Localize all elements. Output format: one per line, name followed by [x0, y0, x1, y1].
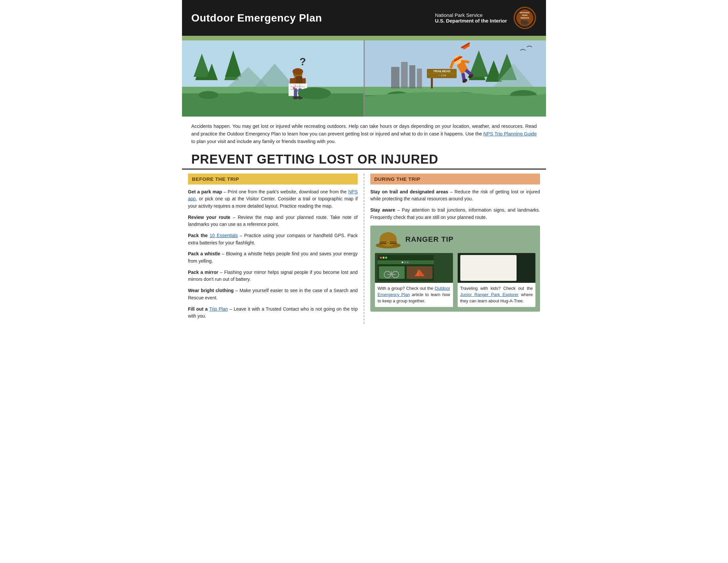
- svg-text:TRAILHEAD: TRAILHEAD: [433, 70, 450, 73]
- ranger-tip-box: RANGER TIP: [370, 225, 540, 312]
- during-trip-column: DURING THE TRIP Stay on trail and design…: [364, 173, 540, 324]
- header-right: National Park Service U.S. Department of…: [435, 6, 537, 30]
- nps-badge-icon: NATIONAL PARK SERVICE: [513, 6, 537, 30]
- before-trip-header: BEFORE THE TRIP: [188, 173, 358, 184]
- before-trip-item-whistle: Pack a whistle – Blowing a whistle helps…: [188, 250, 358, 264]
- svg-text:→ 2 mi: → 2 mi: [437, 74, 446, 77]
- hero-right-panel: TRAILHEAD → 2 mi: [365, 40, 546, 117]
- ranger-card-jrpe-text: Traveling with kids? Check out the Junio…: [458, 283, 536, 307]
- svg-point-35: [293, 96, 298, 99]
- before-trip-item-route: Review your route – Review the map and y…: [188, 214, 358, 228]
- ranger-tip-header: RANGER TIP: [375, 230, 535, 248]
- item-bold-mirror: Pack a mirror: [188, 269, 218, 275]
- item-bold-aware: Stay aware: [370, 207, 395, 212]
- before-trip-column: BEFORE THE TRIP Get a park map – Print o…: [188, 173, 364, 324]
- svg-point-86: [407, 261, 409, 263]
- svg-point-81: [383, 257, 385, 258]
- intro-paragraph: Accidents happen. You may get lost or in…: [191, 122, 537, 146]
- ranger-tip-cards: With a group? Check out the Outdoor Emer…: [375, 253, 535, 307]
- item-bold-map: Get a park map: [188, 189, 222, 194]
- item-bold-clothing: Wear bright clothing: [188, 288, 234, 293]
- department-name: U.S. Department of the Interior: [435, 18, 507, 23]
- nps-trip-planning-link[interactable]: NPS Trip Planning Guide: [483, 131, 537, 136]
- item-bold-whistle: Pack a whistle: [188, 251, 220, 256]
- svg-line-7: [525, 25, 525, 27]
- main-section-heading: PREVENT GETTING LOST OR INJURED: [182, 149, 546, 169]
- before-trip-item-mirror: Pack a mirror – Flashing your mirror hel…: [188, 269, 358, 283]
- svg-point-21: [293, 68, 303, 75]
- two-column-layout: BEFORE THE TRIP Get a park map – Print o…: [182, 173, 546, 324]
- item-bold-pack: Pack the: [188, 233, 209, 238]
- during-trip-header: DURING THE TRIP: [370, 173, 540, 184]
- during-trip-item-aware: Stay aware – Pay attention to trail junc…: [370, 207, 540, 221]
- svg-point-39: [298, 87, 331, 99]
- svg-point-37: [199, 91, 218, 99]
- svg-point-4: [521, 20, 524, 23]
- svg-text:SERVICE: SERVICE: [521, 17, 529, 19]
- jrpe-link[interactable]: Junior Ranger Park Explorer: [460, 292, 519, 297]
- svg-point-73: [380, 232, 397, 247]
- ranger-card-oep: With a group? Check out the Outdoor Emer…: [375, 253, 453, 307]
- ranger-card-jrpe-image: JUNIOR RANGER PARK EXPLORER Ready, Set, …: [458, 253, 536, 283]
- agency-name: National Park Service: [435, 12, 507, 18]
- item-bold-route: Review your route: [188, 214, 230, 220]
- green-stripe-decoration: [182, 36, 546, 40]
- svg-text:NATIONAL: NATIONAL: [520, 12, 530, 14]
- svg-point-85: [404, 261, 406, 263]
- svg-line-6: [523, 25, 523, 27]
- svg-point-80: [380, 257, 382, 258]
- before-trip-item-map: Get a park map – Print one from the park…: [188, 188, 358, 210]
- before-trip-item-clothing: Wear bright clothing – Make yourself eas…: [188, 287, 358, 302]
- header: Outdoor Emergency Plan National Park Ser…: [182, 0, 546, 36]
- svg-rect-45: [409, 65, 415, 88]
- svg-point-82: [385, 257, 387, 258]
- hero-illustration: ?: [182, 40, 546, 117]
- item-bold-tripplan: Fill out a: [188, 306, 209, 312]
- svg-point-77: [387, 242, 389, 244]
- ranger-card-oep-text: With a group? Check out the Outdoor Emer…: [375, 283, 453, 307]
- svg-line-8: [527, 25, 527, 27]
- hero-left-panel: ?: [182, 40, 365, 117]
- svg-point-38: [235, 92, 261, 102]
- ranger-card-oep-image: [375, 253, 453, 283]
- ranger-card-jrpe: JUNIOR RANGER PARK EXPLORER Ready, Set, …: [458, 253, 536, 307]
- svg-text:?: ?: [299, 56, 306, 68]
- ten-essentials-link[interactable]: 10 Essentials: [209, 233, 238, 238]
- ranger-tip-title: RANGER TIP: [405, 235, 454, 244]
- svg-rect-44: [401, 62, 408, 88]
- svg-rect-97: [460, 255, 517, 281]
- svg-text:PARK: PARK: [522, 14, 528, 16]
- svg-rect-46: [417, 69, 422, 88]
- before-trip-item-essentials: Pack the 10 Essentials – Practice using …: [188, 232, 358, 246]
- svg-rect-43: [391, 67, 399, 88]
- intro-section: Accidents happen. You may get lost or in…: [182, 117, 546, 149]
- page-title: Outdoor Emergency Plan: [191, 12, 322, 24]
- before-trip-item-tripplan: Fill out a Trip Plan – Leave it with a T…: [188, 306, 358, 320]
- ranger-hat-icon: [375, 230, 401, 248]
- svg-point-84: [402, 261, 403, 263]
- item-bold-trail: Stay on trail and designated areas: [370, 189, 448, 194]
- agency-info: National Park Service U.S. Department of…: [435, 12, 507, 23]
- trip-plan-link[interactable]: Trip Plan: [209, 306, 228, 312]
- during-trip-item-trail: Stay on trail and designated areas – Red…: [370, 188, 540, 203]
